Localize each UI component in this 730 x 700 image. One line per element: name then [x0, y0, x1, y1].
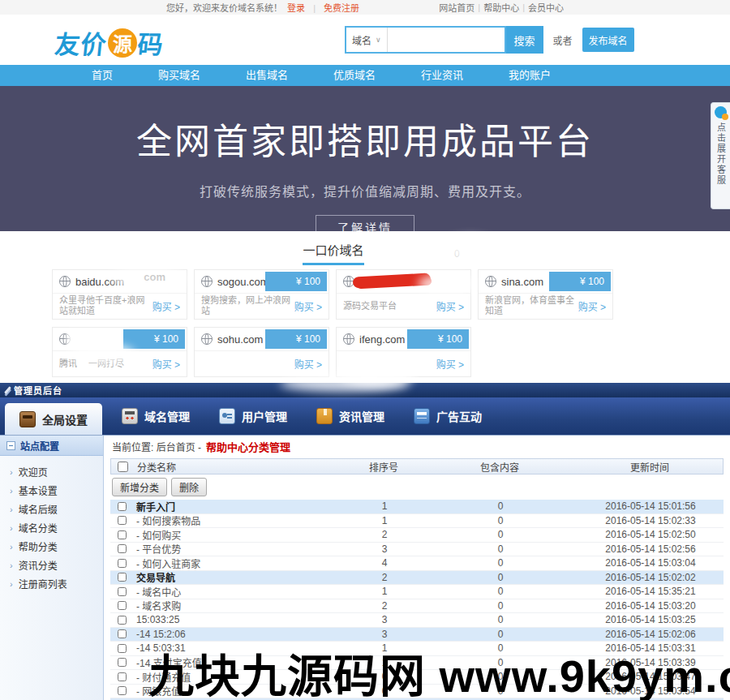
- search-category-select[interactable]: 域名 ∨: [346, 28, 388, 52]
- chevron-right-icon: ›: [10, 486, 13, 496]
- row-checkbox[interactable]: [118, 686, 127, 695]
- buy-link[interactable]: 购买 >: [152, 299, 180, 313]
- admin-tab-域名管理[interactable]: 域名管理: [107, 397, 204, 435]
- sidebar-item-基本设置[interactable]: ›基本设置: [0, 481, 103, 500]
- select-all-checkbox[interactable]: [118, 462, 128, 472]
- nav-item[interactable]: 出售域名: [223, 65, 311, 86]
- row-checkbox[interactable]: [118, 559, 127, 568]
- sidebar-item-域名后缀[interactable]: ›域名后缀: [0, 500, 103, 518]
- table-row: - 财付通充值002016-05-14 15:03:47: [110, 670, 724, 685]
- stray-zero-text: 0: [454, 248, 460, 260]
- buy-link[interactable]: 购买 >: [578, 299, 606, 313]
- row-checkbox[interactable]: [118, 516, 127, 525]
- row-checkbox[interactable]: [118, 530, 127, 539]
- topbar-link[interactable]: 会员中心: [528, 1, 564, 14]
- row-checkbox[interactable]: [118, 544, 127, 553]
- row-checkbox-cell: [110, 587, 133, 596]
- table-row: 交易导航202016-05-14 15:02:02: [110, 571, 724, 586]
- nav-item[interactable]: 行业资讯: [398, 65, 486, 86]
- tab-fixed-price-domains[interactable]: 一口价域名: [303, 241, 363, 265]
- row-checkbox[interactable]: [118, 644, 127, 653]
- domain-card-body: 众里寻他千百度+浪网站就知道购买 >: [53, 294, 187, 318]
- row-checkbox-cell: [110, 530, 133, 539]
- row-update-time: 2016-05-14 15:03:54: [578, 685, 724, 697]
- buy-link[interactable]: 购买 >: [294, 357, 322, 371]
- topbar-link[interactable]: 帮助中心: [483, 1, 519, 14]
- row-checkbox[interactable]: [118, 629, 127, 638]
- nav-item[interactable]: 首页: [69, 65, 135, 86]
- row-category-name: - 如何搜索物品: [133, 513, 346, 527]
- domain-card[interactable]: ¥ 100腾讯 一网打尽购买 >: [52, 327, 187, 377]
- add-category-button[interactable]: 新增分类: [112, 478, 167, 496]
- login-link[interactable]: 登录: [287, 3, 305, 13]
- row-checkbox-cell: [110, 516, 133, 525]
- sidebar-item-资讯分类[interactable]: ›资讯分类: [0, 556, 103, 574]
- admin-tab-全局设置[interactable]: 全局设置: [5, 403, 102, 435]
- table-row: 15:033:25302016-05-14 15:03:25: [110, 613, 724, 628]
- row-checkbox[interactable]: [118, 587, 127, 596]
- domain-card[interactable]: sohu.com¥ 100购买 >: [194, 327, 329, 377]
- domain-card[interactable]: baidu.comcom众里寻他千百度+浪网站就知道购买 >: [52, 269, 187, 320]
- row-content-count: 0: [423, 671, 578, 682]
- row-category-name: -14 支付宝充值: [133, 655, 346, 669]
- chevron-right-icon: ›: [10, 560, 13, 570]
- sidebar-item-欢迎页[interactable]: ›欢迎页: [0, 462, 103, 481]
- domain-card[interactable]: sogou.com¥ 100搜狗搜索，网上冲浪网站购买 >: [194, 269, 329, 320]
- row-category-name: 交易导航: [133, 570, 346, 584]
- publish-domain-button[interactable]: 发布域名: [582, 28, 634, 52]
- domain-card[interactable]: sina.com¥ 100新浪官网，体育盛事全知道购买 >: [478, 269, 613, 320]
- topbar-link[interactable]: 网站首页: [439, 1, 474, 14]
- row-checkbox[interactable]: [118, 573, 127, 582]
- separator: |: [522, 2, 525, 12]
- row-content-count: 0: [423, 557, 578, 569]
- search-button[interactable]: 搜索: [506, 26, 543, 54]
- page: 您好，欢迎来友价域名系统！ 登录 | 免费注册 网站首页|帮助中心|会员中心 友…: [0, 0, 730, 700]
- domain-card[interactable]: ifeng.com¥ 100购买 >: [336, 327, 471, 377]
- listing-tab-section: 一口价域名 0: [0, 231, 730, 269]
- admin-tab-广告互动[interactable]: 广告互动: [399, 397, 496, 435]
- sidebar-item-帮助分类[interactable]: ›帮助分类: [0, 537, 103, 556]
- column-header-sort: 排序号: [345, 460, 423, 474]
- table-row: -14 支付宝充值102016-05-14 15:03:39: [110, 656, 724, 671]
- table-row: - 域名求购202016-05-14 15:03:20: [110, 599, 724, 614]
- nav-item[interactable]: 优质域名: [311, 65, 398, 86]
- admin-sidebar: 站点配置 ›欢迎页›基本设置›域名后缀›域名分类›帮助分类›资讯分类›注册商列表: [0, 436, 104, 700]
- row-checkbox[interactable]: [118, 601, 127, 610]
- customer-service-widget[interactable]: 点击展开客服: [711, 102, 730, 209]
- nav-item[interactable]: 我的账户: [486, 65, 573, 86]
- site-logo[interactable]: 友价 源 码: [55, 24, 164, 61]
- buy-link[interactable]: 购买 >: [436, 299, 464, 313]
- domain-card-body: 源码交易平台购买 >: [337, 294, 470, 318]
- register-link[interactable]: 免费注册: [324, 3, 359, 13]
- delete-button[interactable]: 删除: [171, 478, 207, 496]
- row-category-name: - 域名中心: [133, 585, 346, 599]
- search-input[interactable]: [388, 29, 505, 50]
- domain-description: 新浪官网，体育盛事全知道: [485, 295, 578, 316]
- row-checkbox-cell: [110, 658, 133, 667]
- buy-link[interactable]: 购买 >: [436, 357, 464, 371]
- sidebar-item-注册商列表[interactable]: ›注册商列表: [0, 574, 103, 593]
- globe-icon: [201, 276, 213, 287]
- buy-link[interactable]: 购买 >: [152, 357, 180, 371]
- row-content-count: 0: [423, 515, 578, 526]
- row-update-time: 2016-05-14 15:03:04: [578, 557, 724, 569]
- row-checkbox-cell: [110, 502, 133, 511]
- idcard-icon: [219, 408, 235, 424]
- sidebar-header-site-config[interactable]: 站点配置: [0, 436, 103, 456]
- buy-link[interactable]: 购买 >: [294, 299, 322, 313]
- nav-item[interactable]: 购买域名: [135, 65, 223, 86]
- sidebar-item-域名分类[interactable]: ›域名分类: [0, 518, 103, 537]
- row-checkbox[interactable]: [118, 658, 127, 667]
- row-checkbox-cell: [110, 629, 133, 638]
- row-checkbox[interactable]: [118, 672, 127, 681]
- domain-card[interactable]: 源码交易平台购买 >: [336, 269, 471, 320]
- hero-subtitle: 打破传统服务模式，提升价值缩减周期、费用及开支。: [0, 181, 730, 200]
- admin-tab-资讯管理[interactable]: 资讯管理: [302, 397, 399, 435]
- row-checkbox-cell: [110, 686, 133, 695]
- row-checkbox[interactable]: [118, 616, 127, 625]
- row-content-count: 0: [423, 614, 578, 625]
- sidebar-item-label: 资讯分类: [19, 558, 58, 572]
- search-category-value: 域名: [352, 33, 371, 47]
- admin-tab-用户管理[interactable]: 用户管理: [204, 397, 302, 435]
- row-checkbox[interactable]: [118, 502, 127, 511]
